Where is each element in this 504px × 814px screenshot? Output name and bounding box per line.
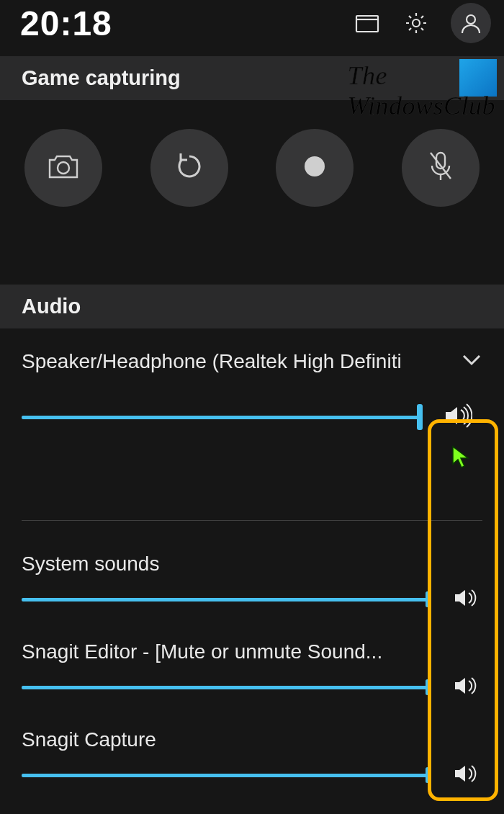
app-volume-slider[interactable]: [22, 598, 429, 601]
volume-icon: [453, 675, 479, 699]
section-header-audio: Audio: [0, 285, 504, 328]
output-device-label: Speaker/Headphone (Realtek High Definiti: [22, 350, 402, 373]
svg-point-3: [58, 162, 69, 174]
svg-point-2: [467, 15, 475, 24]
svg-point-1: [413, 19, 420, 27]
app-volume-slider[interactable]: [22, 686, 429, 689]
slider-thumb[interactable]: [417, 404, 423, 430]
app-mute-button[interactable]: [449, 583, 482, 616]
audio-panel: Speaker/Headphone (Realtek High Definiti: [0, 328, 504, 792]
app-volume-block: System sounds: [22, 553, 482, 616]
camera-icon: [47, 153, 80, 183]
app-volume-slider[interactable]: [22, 774, 429, 777]
slider-thumb[interactable]: [426, 591, 429, 607]
volume-icon: [444, 403, 472, 431]
device-mute-button[interactable]: [441, 401, 474, 434]
header-icon-group: [353, 3, 491, 43]
app-mute-button[interactable]: [449, 671, 482, 704]
svg-rect-0: [356, 16, 378, 32]
record-icon: [302, 154, 327, 182]
slider-thumb[interactable]: [426, 679, 429, 695]
mic-off-icon: [426, 150, 455, 186]
clock: 20:18: [20, 4, 112, 43]
screenshot-button[interactable]: [24, 129, 102, 207]
replay-button[interactable]: [150, 129, 228, 207]
volume-icon: [453, 763, 479, 787]
app-volume-block: Snagit Capture: [22, 728, 482, 792]
app-volume-label: Snagit Capture: [22, 728, 425, 751]
header-bar: 20:18: [0, 0, 504, 56]
divider: [22, 520, 482, 521]
device-volume-block: [22, 401, 482, 521]
app-volume-block: Snagit Editor - [Mute or unmute Sound...: [22, 640, 482, 704]
svg-point-4: [305, 156, 325, 176]
device-volume-slider[interactable]: [22, 416, 421, 419]
app-mute-button[interactable]: [449, 759, 482, 792]
app-volume-label: System sounds: [22, 553, 425, 576]
app-volume-label: Snagit Editor - [Mute or unmute Sound...: [22, 640, 425, 663]
mic-toggle-button[interactable]: [402, 129, 480, 207]
gear-icon[interactable]: [402, 9, 431, 37]
section-header-capture: Game capturing: [0, 56, 504, 100]
person-icon[interactable]: [451, 3, 491, 43]
chevron-down-icon: [461, 353, 482, 370]
volume-icon: [453, 587, 479, 612]
slider-thumb[interactable]: [426, 767, 429, 783]
folder-icon[interactable]: [353, 9, 382, 37]
replay-icon: [174, 151, 205, 185]
capture-button-row: [0, 100, 504, 250]
output-device-row[interactable]: Speaker/Headphone (Realtek High Definiti: [22, 350, 482, 373]
record-button[interactable]: [276, 129, 354, 207]
